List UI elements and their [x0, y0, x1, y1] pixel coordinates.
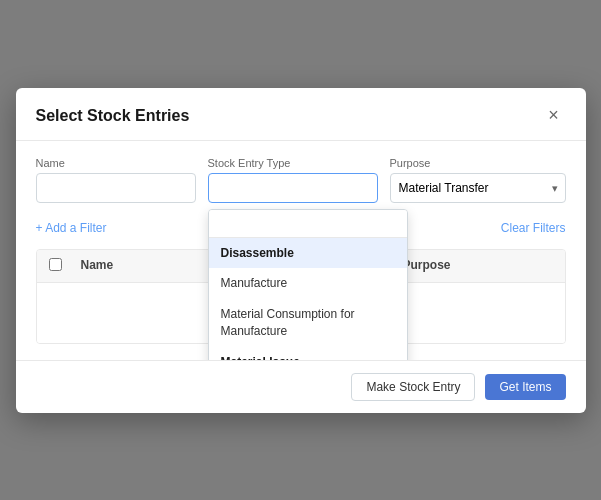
col-purpose-header: Purpose	[403, 258, 553, 274]
name-input[interactable]	[36, 173, 196, 203]
dropdown-item[interactable]: Material Consumption for Manufacture	[209, 299, 407, 347]
modal-body: Name Stock Entry Type DisassembleManufac…	[16, 141, 586, 360]
modal-header: Select Stock Entries ×	[16, 88, 586, 141]
make-stock-entry-button[interactable]: Make Stock Entry	[351, 373, 475, 401]
modal-footer: Make Stock Entry Get Items	[16, 360, 586, 413]
type-input[interactable]	[208, 173, 378, 203]
purpose-select-wrapper: Material Transfer Material Issue Materia…	[390, 173, 566, 203]
clear-filters-button[interactable]: Clear Filters	[501, 217, 566, 239]
dropdown-item[interactable]: Disassemble	[209, 238, 407, 269]
select-all-checkbox[interactable]	[49, 258, 62, 271]
dropdown-item[interactable]: Material Issue	[209, 347, 407, 360]
type-filter-group: Stock Entry Type DisassembleManufactureM…	[208, 157, 378, 203]
dropdown-items-list: DisassembleManufactureMaterial Consumpti…	[209, 238, 407, 360]
modal-title: Select Stock Entries	[36, 107, 190, 125]
dropdown-search-input[interactable]	[209, 210, 407, 238]
dropdown-item[interactable]: Manufacture	[209, 268, 407, 299]
filter-row: Name Stock Entry Type DisassembleManufac…	[36, 157, 566, 203]
type-dropdown: DisassembleManufactureMaterial Consumpti…	[208, 209, 408, 360]
purpose-select[interactable]: Material Transfer Material Issue Materia…	[390, 173, 566, 203]
get-items-button[interactable]: Get Items	[485, 374, 565, 400]
purpose-filter-group: Purpose Material Transfer Material Issue…	[390, 157, 566, 203]
close-button[interactable]: ×	[542, 104, 566, 128]
add-filter-button[interactable]: + Add a Filter	[36, 217, 107, 239]
purpose-label: Purpose	[390, 157, 566, 169]
name-filter-group: Name	[36, 157, 196, 203]
modal-dialog: Select Stock Entries × Name Stock Entry …	[16, 88, 586, 413]
name-label: Name	[36, 157, 196, 169]
modal-overlay: Select Stock Entries × Name Stock Entry …	[0, 0, 601, 500]
type-label: Stock Entry Type	[208, 157, 378, 169]
select-all-check	[49, 258, 69, 274]
